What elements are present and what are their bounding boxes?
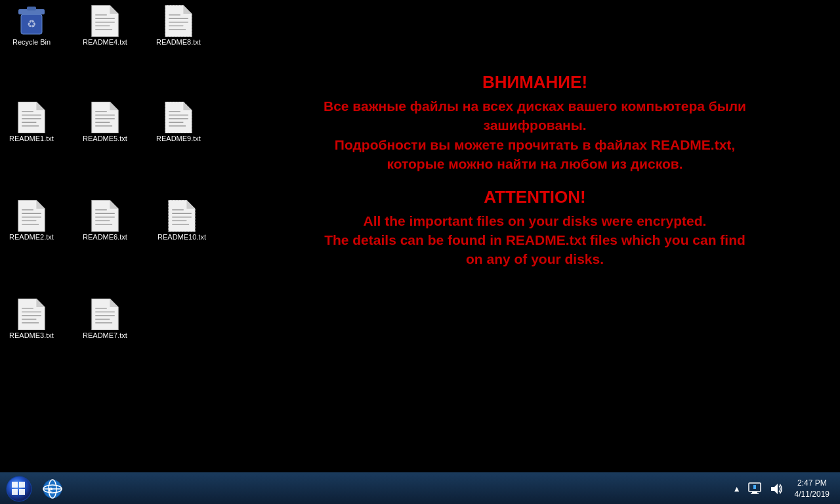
file-svg xyxy=(164,5,193,37)
file-svg xyxy=(17,200,46,232)
readme2-icon[interactable]: README2.txt xyxy=(5,200,58,241)
recycle-bin-icon[interactable]: ♻ Recycle Bin xyxy=(5,5,58,46)
file-svg xyxy=(91,102,119,133)
start-button[interactable] xyxy=(1,473,37,505)
ransom-english-body: All the important files on your disks we… xyxy=(243,211,827,269)
readme5-label: README5.txt xyxy=(83,135,127,142)
system-tray: ▲ 2:47 PM 4/11/2019 xyxy=(732,473,840,505)
recycle-bin-label: Recycle Bin xyxy=(12,38,51,46)
readme1-icon[interactable]: README1.txt xyxy=(5,102,58,142)
readme4-label: README4.txt xyxy=(83,38,127,46)
svg-marker-55 xyxy=(186,200,195,209)
file-svg xyxy=(91,5,119,37)
readme5-icon[interactable]: README5.txt xyxy=(79,102,131,142)
ie-icon: e xyxy=(42,478,63,499)
file-svg xyxy=(17,102,46,133)
readme9-icon[interactable]: README9.txt xyxy=(152,102,205,142)
file-svg xyxy=(91,200,119,232)
ie-browser-button[interactable]: e xyxy=(39,476,66,502)
readme7-icon[interactable]: README7.txt xyxy=(79,299,131,339)
desktop: ♻ Recycle Bin README4.txt xyxy=(0,0,840,472)
svg-marker-20 xyxy=(36,102,45,110)
readme4-icon[interactable]: README4.txt xyxy=(79,5,131,46)
svg-marker-27 xyxy=(110,102,118,110)
svg-marker-34 xyxy=(183,102,192,110)
svg-marker-89 xyxy=(771,484,778,494)
readme8-icon[interactable]: README8.txt xyxy=(152,5,205,46)
tray-expand-button[interactable]: ▲ xyxy=(732,483,742,495)
readme10-icon[interactable]: README10.txt xyxy=(152,200,211,241)
svg-rect-79 xyxy=(19,489,25,495)
readme10-label: README10.txt xyxy=(158,233,206,241)
readme8-label: README8.txt xyxy=(156,38,201,46)
ransom-russian-title: ВНИМАНИЕ! xyxy=(243,72,827,93)
file-svg xyxy=(17,299,46,330)
svg-rect-1 xyxy=(27,7,36,10)
clock-date: 4/11/2019 xyxy=(795,489,830,500)
file-svg xyxy=(164,102,193,133)
file-svg xyxy=(167,200,196,232)
readme7-label: README7.txt xyxy=(83,331,127,339)
ransom-russian-body: Все важные файлы на всех дисках вашего к… xyxy=(243,96,827,174)
readme2-label: README2.txt xyxy=(9,233,54,241)
system-clock[interactable]: 2:47 PM 4/11/2019 xyxy=(789,478,835,500)
file-svg xyxy=(91,299,119,330)
svg-text:e: e xyxy=(49,484,52,494)
display-icon[interactable] xyxy=(747,481,763,497)
start-orb xyxy=(6,476,32,502)
readme1-label: README1.txt xyxy=(9,135,54,142)
svg-text:♻: ♻ xyxy=(27,18,36,30)
volume-icon[interactable] xyxy=(768,481,784,497)
readme6-label: README6.txt xyxy=(83,233,127,241)
svg-rect-88 xyxy=(753,485,756,489)
readme9-label: README9.txt xyxy=(156,135,201,142)
svg-rect-77 xyxy=(19,482,25,488)
recycle-bin-svg: ♻ xyxy=(16,4,47,38)
readme6-icon[interactable]: README6.txt xyxy=(79,200,131,241)
ransom-message: ВНИМАНИЕ! Все важные файлы на всех диска… xyxy=(243,72,827,269)
readme3-icon[interactable]: README3.txt xyxy=(5,299,58,339)
svg-rect-76 xyxy=(12,482,18,488)
readme3-label: README3.txt xyxy=(9,331,54,339)
svg-rect-78 xyxy=(12,489,18,495)
taskbar: e ▲ 2:47 PM 4/11/2019 xyxy=(0,472,840,504)
clock-time: 2:47 PM xyxy=(795,478,830,489)
ransom-english-title: ATTENTION! xyxy=(243,187,827,207)
